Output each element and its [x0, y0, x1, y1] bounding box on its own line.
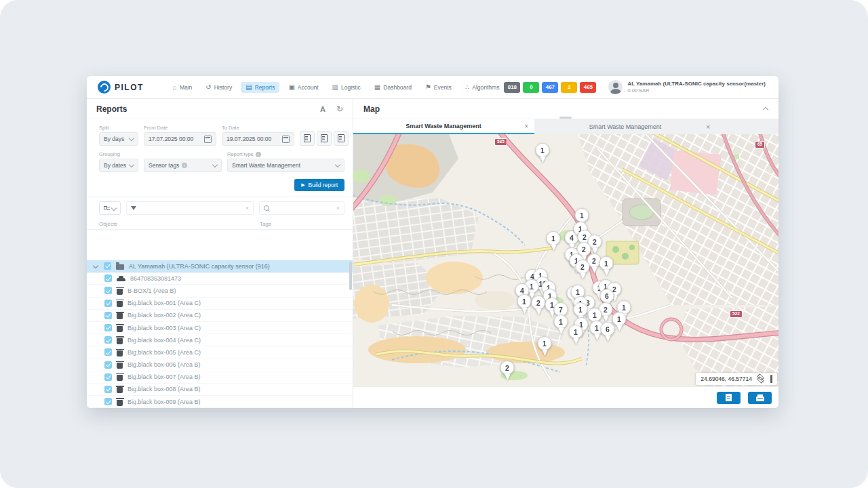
calendar-icon[interactable] — [282, 136, 290, 143]
map-cluster-marker[interactable]: 6 — [600, 289, 614, 303]
object-type-icon — [117, 387, 123, 393]
reports-icon: ▤ — [245, 84, 252, 91]
map-cluster-marker[interactable]: 1 — [554, 314, 568, 329]
brand-logo[interactable]: PILOT — [98, 81, 144, 94]
object-checkbox[interactable] — [104, 398, 112, 405]
build-report-button[interactable]: ▶ Build report — [294, 179, 344, 191]
map-cluster-marker[interactable]: 1 — [612, 312, 627, 326]
nav-algorithms[interactable]: ∴Algorithms — [460, 82, 505, 93]
nav-history[interactable]: ↺History — [201, 82, 237, 93]
object-checkbox[interactable] — [104, 361, 112, 369]
report-type-select[interactable]: Smart Waste Management — [227, 159, 344, 172]
object-checkbox[interactable] — [104, 336, 112, 344]
object-name: Big.black box-004 (Area C) — [127, 337, 201, 344]
map-cluster-marker[interactable]: 2 — [500, 361, 515, 375]
object-checkbox[interactable] — [104, 348, 112, 356]
map-title: Map — [363, 104, 380, 114]
report-template-button-1[interactable] — [300, 131, 315, 146]
object-list-item[interactable]: Big.black box-008 (Area B) — [87, 384, 353, 396]
nav-logistic[interactable]: ▥Logistic — [328, 82, 366, 93]
export-map-button[interactable] — [717, 392, 741, 404]
map-cluster-marker[interactable]: 1 — [569, 325, 583, 339]
brand-name: PILOT — [115, 83, 144, 92]
map-cluster-marker[interactable]: 1 — [538, 336, 552, 350]
checklist-icon — [104, 205, 110, 211]
report-template-button-2[interactable] — [317, 131, 332, 146]
object-checkbox[interactable] — [104, 373, 112, 381]
list-scrollbar[interactable] — [349, 262, 352, 290]
filter-input[interactable]: × — [126, 201, 254, 215]
object-name: Big.black box-001 (Area C) — [127, 300, 201, 306]
map-cluster-marker[interactable]: 2 — [576, 260, 590, 274]
nav-reports[interactable]: ▤Reports — [241, 82, 279, 93]
nav-events[interactable]: ⚑Events — [420, 82, 456, 93]
clear-search-icon[interactable]: × — [336, 205, 340, 211]
map-cluster-marker[interactable]: 1 — [574, 302, 588, 317]
close-tab-icon[interactable]: × — [706, 123, 710, 131]
map-cluster-marker[interactable]: 1 — [575, 208, 589, 222]
search-input[interactable]: × — [259, 201, 344, 215]
tab-smart-waste-2[interactable]: Smart Waste Management × — [534, 119, 716, 134]
map-cluster-marker[interactable]: 1 — [599, 256, 614, 270]
print-map-button[interactable] — [748, 392, 772, 404]
pilot-logo-icon — [98, 81, 111, 94]
map-ruler-icon[interactable] — [770, 375, 772, 383]
nav-main[interactable]: ⌂Main — [168, 82, 197, 93]
file-export-icon — [726, 394, 732, 401]
object-list-item[interactable]: Big.black box-003 (Area C) — [87, 322, 353, 334]
status-badge-yellow[interactable]: 2 — [561, 82, 577, 93]
map-cluster-marker[interactable]: 1 — [517, 294, 532, 308]
map-cluster-marker[interactable]: 1 — [536, 143, 550, 157]
selection-mode-button[interactable] — [99, 201, 121, 215]
map-cluster-marker[interactable]: 2 — [532, 296, 546, 310]
map-canvas[interactable]: 535 65 522 11141222112214111114112141311… — [353, 134, 778, 386]
nav-account[interactable]: ▣Account — [283, 82, 323, 93]
close-tab-icon[interactable]: × — [524, 123, 528, 130]
report-template-button-3[interactable] — [334, 131, 349, 146]
object-checkbox[interactable] — [104, 386, 112, 393]
clear-filter-icon[interactable]: × — [245, 205, 249, 211]
sensor-tags-select[interactable]: Sensor tags i — [144, 159, 222, 172]
object-group-row[interactable]: AL Yamamah (ULTRA-SONIC capacity sensor … — [87, 260, 353, 272]
calendar-icon[interactable] — [204, 136, 212, 143]
object-list-item[interactable]: Big.black box-009 (Area B) — [87, 396, 353, 408]
object-list-item[interactable]: 864708363081473 — [87, 272, 353, 285]
object-list-item[interactable]: B-BOX/1 (Area B) — [87, 285, 353, 297]
group-checkbox[interactable] — [104, 262, 111, 270]
user-block[interactable]: AL Yamamah (ULTRA-SONIC capacity sensor(… — [608, 80, 766, 94]
status-badge-red[interactable]: 465 — [580, 82, 596, 93]
map-layers-icon[interactable] — [757, 375, 766, 383]
object-list-item[interactable]: Big.black box-004 (Area C) — [87, 334, 353, 346]
map-cluster-marker[interactable]: 6 — [601, 322, 615, 336]
tree-expand-icon[interactable] — [93, 262, 98, 268]
object-list-item[interactable]: Big.black box-002 (Area C) — [87, 310, 353, 322]
object-list-item[interactable]: Big.black box-001 (Area C) — [87, 298, 353, 310]
history-icon: ↺ — [205, 84, 211, 91]
object-list-item[interactable]: Big.black box-005 (Area C) — [87, 346, 353, 359]
object-checkbox[interactable] — [104, 324, 112, 331]
object-checkbox[interactable] — [104, 312, 112, 319]
font-size-icon[interactable]: A — [320, 105, 326, 113]
map-cluster-marker[interactable]: 1 — [588, 308, 602, 322]
from-date-input[interactable]: 17.07.2025 00:00 — [144, 132, 216, 146]
grouping-select[interactable]: By dates — [99, 159, 138, 172]
split-select[interactable]: By days — [99, 132, 138, 146]
tab-smart-waste-1[interactable]: Smart Waste Management × — [353, 119, 534, 134]
object-list-item[interactable]: Big.black box-007 (Area B) — [87, 371, 353, 384]
nav-dashboard[interactable]: ▦Dashboard — [370, 82, 416, 93]
object-list-item[interactable]: Big.black box-006 (Area B) — [87, 359, 353, 371]
algorithms-icon: ∴ — [465, 84, 469, 91]
collapse-panel-icon[interactable] — [763, 107, 768, 113]
status-badge-gray[interactable]: 818 — [504, 82, 520, 93]
map-cluster-marker[interactable]: 1 — [547, 231, 561, 245]
object-checkbox[interactable] — [104, 274, 112, 282]
status-badge-blue[interactable]: 467 — [542, 82, 558, 93]
status-badge-green[interactable]: 0 — [523, 82, 539, 93]
object-checkbox[interactable] — [104, 300, 112, 307]
to-date-input[interactable]: 19.07.2025 00:00 — [222, 132, 294, 146]
object-checkbox[interactable] — [104, 287, 112, 294]
reports-title: Reports — [96, 104, 127, 114]
refresh-icon[interactable]: ↻ — [336, 104, 343, 114]
splitter-grip[interactable] — [559, 117, 572, 119]
object-type-icon — [117, 289, 123, 295]
